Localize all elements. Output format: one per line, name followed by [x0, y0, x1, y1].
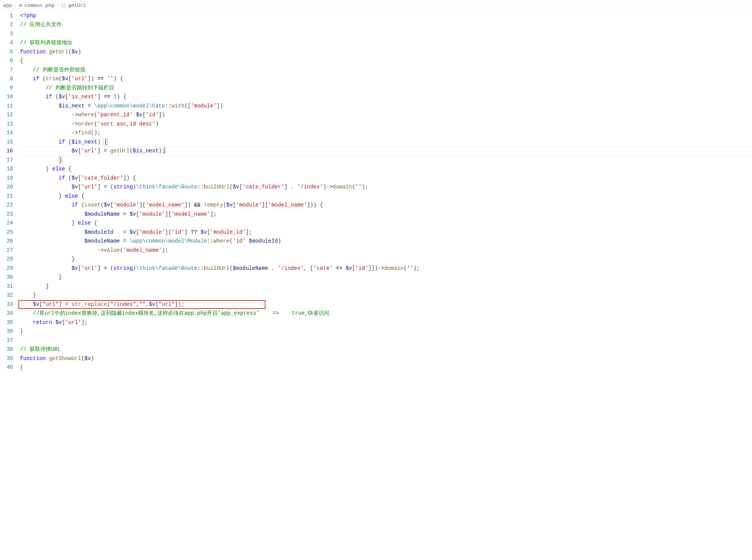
code-line[interactable]: if (trim($v['url']) == '') { [20, 74, 752, 84]
line-number: 23 [0, 210, 13, 219]
line-number: 40 [0, 363, 13, 372]
line-number: 4 [0, 38, 13, 48]
code-line[interactable]: ->find(); [20, 129, 752, 138]
line-number: 17 [0, 156, 13, 165]
line-number: 1 [0, 12, 13, 21]
code-line[interactable]: if ($v['is_next'] == 1) { [20, 93, 752, 102]
line-number: 35 [0, 318, 13, 327]
code-line[interactable]: } [20, 255, 752, 264]
code-line[interactable]: $v['url'] = (string)\think\facade\Route:… [20, 264, 752, 273]
code-line[interactable]: // 判断是否跳转到下级栏目 [20, 84, 752, 93]
line-number: 25 [0, 228, 13, 237]
line-number: 20 [0, 183, 13, 192]
code-line[interactable]: // 判断是否外部链接 [20, 66, 752, 75]
code-line[interactable]: function getShowUrl($v) [20, 354, 752, 363]
code-line[interactable]: $moduleName = \app\common\model\Module::… [20, 237, 752, 246]
line-number: 36 [0, 327, 13, 336]
chevron-right-icon: › [14, 2, 17, 9]
code-line[interactable] [20, 30, 752, 39]
code-line[interactable]: if (isset($v['module']['model_name']) &&… [20, 201, 752, 210]
line-number: 3 [0, 30, 13, 39]
line-number-gutter: 1234567891011121314151617181920212223242… [0, 12, 20, 372]
code-line[interactable]: function getUrl($v) [20, 48, 752, 57]
code-line[interactable]: // 获取详情URL [20, 345, 752, 354]
code-line[interactable]: } else { [20, 219, 752, 228]
code-line[interactable] [20, 336, 752, 345]
function-icon: ⬡ [61, 2, 66, 10]
code-line[interactable]: if ($is_next) { [20, 138, 752, 147]
line-number: 32 [0, 291, 13, 300]
line-number: 38 [0, 345, 13, 354]
code-line[interactable]: // 应用公共文件 [20, 20, 752, 30]
line-number: 10 [0, 93, 13, 102]
line-number: 13 [0, 120, 13, 129]
code-line[interactable]: <?php [20, 12, 752, 21]
line-number: 34 [0, 309, 13, 318]
breadcrumb-file[interactable]: common.php [25, 2, 54, 10]
code-line[interactable]: $moduleName = $v['module']['model_name']… [20, 210, 752, 219]
line-number: 14 [0, 129, 13, 138]
line-number: 21 [0, 192, 13, 201]
chevron-right-icon: › [57, 2, 59, 9]
code-line[interactable]: $moduleId = $v['module']['id'] ?? $v['mo… [20, 228, 752, 237]
breadcrumb-root[interactable]: app [3, 2, 12, 10]
code-line[interactable]: $v['url'] = (string)\think\facade\Route:… [20, 183, 752, 192]
code-line[interactable]: ->value('model_name'); [20, 246, 752, 255]
code-line[interactable]: $v["url"] = str_replace("/index","",$v["… [20, 300, 752, 309]
line-number: 7 [0, 66, 13, 75]
code-line[interactable]: $v['url'] = getUrl($is_next); [20, 147, 752, 156]
line-number: 29 [0, 264, 13, 273]
line-number: 11 [0, 102, 13, 111]
text-cursor [165, 147, 165, 154]
code-line[interactable]: $is_next = \app\common\model\Cate::with(… [20, 102, 752, 111]
breadcrumb-symbol[interactable]: getUrl [68, 2, 86, 10]
line-number: 26 [0, 237, 13, 246]
code-editor[interactable]: 1234567891011121314151617181920212223242… [0, 12, 752, 372]
line-number: 18 [0, 165, 13, 174]
code-line[interactable]: } [20, 327, 752, 336]
code-line[interactable]: return $v['url']; [20, 318, 752, 327]
code-line[interactable]: { [20, 56, 752, 66]
code-line[interactable]: ->order('sort asc,id desc') [20, 120, 752, 129]
line-number: 31 [0, 282, 13, 291]
line-number: 22 [0, 201, 13, 210]
line-number: 37 [0, 336, 13, 345]
line-number: 16 [0, 147, 13, 156]
line-number: 6 [0, 56, 13, 66]
line-number: 2 [0, 20, 13, 30]
breadcrumb: app › ⚙ common.php › ⬡ getUrl [0, 0, 752, 12]
line-number: 12 [0, 111, 13, 120]
code-line[interactable]: //将url中的index替换掉,达到隐藏index模块名,这样必须在app.p… [20, 309, 752, 318]
code-line[interactable]: } else { [20, 192, 752, 201]
code-line[interactable]: } [20, 156, 752, 165]
php-icon: ⚙ [19, 2, 22, 10]
code-line[interactable]: } [20, 273, 752, 282]
code-line[interactable]: } else { [20, 165, 752, 174]
line-number: 27 [0, 246, 13, 255]
line-number: 19 [0, 174, 13, 183]
line-number: 5 [0, 48, 13, 57]
code-line[interactable]: { [20, 363, 752, 372]
code-line[interactable]: if ($v['cate_folder']) { [20, 174, 752, 183]
code-line[interactable]: // 获取列表链接地址 [20, 38, 752, 48]
line-number: 9 [0, 84, 13, 93]
code-line[interactable]: ->where('parent_id' $v['id']) [20, 111, 752, 120]
line-number: 30 [0, 273, 13, 282]
code-content[interactable]: <?php// 应用公共文件// 获取列表链接地址function getUrl… [20, 12, 752, 372]
line-number: 33 [0, 300, 13, 309]
line-number: 15 [0, 138, 13, 147]
code-line[interactable]: } [20, 291, 752, 300]
line-number: 24 [0, 219, 13, 228]
code-line[interactable]: } [20, 282, 752, 291]
line-number: 8 [0, 74, 13, 84]
line-number: 28 [0, 255, 13, 264]
line-number: 39 [0, 354, 13, 363]
